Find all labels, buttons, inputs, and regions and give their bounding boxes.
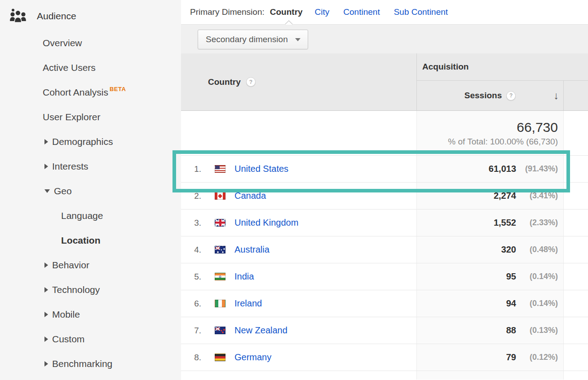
- sidebar-item-technology[interactable]: Technology: [0, 277, 181, 302]
- sessions-percent: (0.14%): [516, 299, 558, 308]
- dimension-tab-continent[interactable]: Continent: [343, 7, 380, 17]
- help-icon[interactable]: ?: [506, 91, 516, 100]
- table-row-india: 5. India 95 (0.14%): [181, 263, 588, 290]
- sidebar-item-label: Geo: [54, 186, 72, 197]
- sidebar-item-behavior[interactable]: Behavior: [0, 253, 181, 277]
- secondary-dimension-strip: Secondary dimension: [181, 25, 588, 53]
- dimension-links: CountryCityContinentSub Continent: [270, 7, 462, 17]
- chevron-down-icon: [44, 189, 50, 193]
- country-link[interactable]: India: [234, 271, 254, 282]
- sidebar-item-label: Location: [61, 235, 101, 246]
- sessions-value: 2,274: [494, 191, 516, 201]
- ca-flag-icon: [215, 192, 225, 200]
- sidebar-item-label: Demographics: [52, 136, 113, 147]
- country-link[interactable]: United States: [234, 164, 288, 174]
- chevron-right-icon: [44, 287, 48, 293]
- sessions-column-header[interactable]: Sessions ? ↓: [417, 81, 564, 110]
- sessions-value: 94: [506, 298, 516, 309]
- totals-percent-subtitle: % of Total: 100.00% (66,730): [448, 137, 558, 147]
- country-link[interactable]: Canada: [234, 191, 266, 201]
- table-row-germany: 8. Germany 79 (0.12%): [181, 344, 588, 371]
- sidebar-item-benchmarking[interactable]: Benchmarking: [0, 351, 181, 376]
- row-rank: 8.: [181, 353, 201, 363]
- sidebar-item-demographics[interactable]: Demographics: [0, 129, 181, 154]
- sidebar-item-location[interactable]: Location: [0, 228, 181, 253]
- sidebar-item-mobile[interactable]: Mobile: [0, 302, 181, 327]
- chevron-right-icon: [44, 336, 48, 342]
- table-row-partial: [181, 371, 588, 380]
- chevron-right-icon: [44, 262, 48, 268]
- chevron-right-icon: [44, 139, 48, 144]
- sidebar-item-overview[interactable]: Overview: [0, 31, 181, 55]
- row-rank: 1.: [181, 164, 201, 174]
- nz-flag-icon: [215, 327, 225, 334]
- sidebar-item-label: Active Users: [43, 62, 96, 73]
- sessions-percent: (0.48%): [516, 245, 558, 254]
- country-link[interactable]: Ireland: [234, 298, 262, 309]
- totals-next-cell-partial: [564, 111, 588, 155]
- sessions-percent: (3.41%): [516, 191, 558, 201]
- sessions-value: 95: [506, 271, 516, 282]
- row-rank: 2.: [181, 191, 201, 201]
- secondary-dimension-label: Secondary dimension: [206, 35, 288, 44]
- sidebar-item-label: User Explorer: [43, 112, 100, 122]
- country-link[interactable]: Germany: [234, 352, 271, 363]
- report-main: Primary Dimension: CountryCityContinentS…: [181, 0, 588, 380]
- analytics-location-report: Audience OverviewActive UsersCohort Anal…: [0, 0, 588, 380]
- dimension-tab-city[interactable]: City: [315, 7, 330, 17]
- dimension-tab-sub-continent[interactable]: Sub Continent: [394, 7, 448, 17]
- metric-header-tier: Sessions ? ↓: [417, 81, 588, 110]
- sidebar-item-label: Interests: [52, 161, 88, 172]
- help-icon[interactable]: ?: [246, 77, 256, 87]
- sidebar-item-interests[interactable]: Interests: [0, 154, 181, 179]
- totals-sessions-cell: 66,730 % of Total: 100.00% (66,730): [417, 111, 564, 155]
- table-body: 1. United States 61,013 (91.43%) 2. Cana…: [181, 155, 588, 371]
- audience-people-icon: [9, 8, 27, 24]
- sessions-value: 79: [506, 352, 516, 363]
- country-link[interactable]: United Kingdom: [234, 218, 298, 228]
- table-row-australia: 4. Australia 320 (0.48%): [181, 236, 588, 263]
- row-rank: 5.: [181, 272, 201, 282]
- sessions-percent: (0.13%): [516, 326, 558, 335]
- ie-flag-icon: [215, 300, 225, 307]
- sessions-value: 1,552: [494, 218, 516, 228]
- sidebar-item-label: Overview: [43, 38, 82, 48]
- row-rank: 3.: [181, 218, 201, 228]
- table-row-united-states: 1. United States 61,013 (91.43%): [181, 155, 588, 182]
- table-header: Country ? Acquisition Sessions ? ↓: [181, 53, 588, 111]
- sessions-percent: (91.43%): [516, 164, 558, 174]
- sidebar-item-language[interactable]: Language: [0, 203, 181, 228]
- selected-dimension-notch: [285, 20, 293, 24]
- table-row-canada: 2. Canada 2,274 (3.41%): [181, 182, 588, 209]
- table-row-united-kingdom: 3. United Kingdom 1,552 (2.33%): [181, 209, 588, 236]
- acquisition-header-group: Acquisition Sessions ? ↓: [417, 53, 588, 110]
- countries-table: Country ? Acquisition Sessions ? ↓: [181, 53, 588, 380]
- sessions-percent: (0.12%): [516, 353, 558, 362]
- sidebar-item-label: Behavior: [52, 260, 89, 271]
- dimension-tab-country[interactable]: Country: [270, 7, 303, 17]
- secondary-dimension-button[interactable]: Secondary dimension: [198, 30, 308, 49]
- row-rank: 7.: [181, 326, 201, 336]
- country-link[interactable]: New Zealand: [234, 325, 287, 336]
- table-row-ireland: 6. Ireland 94 (0.14%): [181, 290, 588, 317]
- country-link[interactable]: Australia: [234, 245, 270, 255]
- primary-dimension-bar: Primary Dimension: CountryCityContinentS…: [181, 0, 588, 25]
- sidebar-item-geo[interactable]: Geo: [0, 179, 181, 203]
- country-column-header[interactable]: Country ?: [181, 53, 417, 110]
- sidebar-item-user-explorer[interactable]: User Explorer: [0, 105, 181, 129]
- totals-sessions-value: 66,730: [517, 120, 558, 135]
- sidebar-item-active-users[interactable]: Active Users: [0, 55, 181, 80]
- sidebar-item-label: Cohort Analysis: [43, 87, 108, 98]
- chevron-right-icon: [44, 361, 48, 367]
- totals-row: 66,730 % of Total: 100.00% (66,730): [181, 111, 588, 155]
- sessions-value: 61,013: [489, 164, 516, 174]
- sidebar-item-cohort-analysis[interactable]: Cohort AnalysisBETA: [0, 80, 181, 105]
- au-flag-icon: [215, 246, 225, 253]
- sessions-value: 88: [506, 325, 516, 336]
- next-column-header-partial: [564, 81, 588, 110]
- sidebar-item-custom[interactable]: Custom: [0, 327, 181, 351]
- row-rank: 4.: [181, 245, 201, 255]
- sidebar-section-audience[interactable]: Audience: [0, 0, 181, 26]
- sidebar-item-label: Language: [61, 210, 103, 221]
- sidebar-item-label: Benchmarking: [52, 358, 112, 369]
